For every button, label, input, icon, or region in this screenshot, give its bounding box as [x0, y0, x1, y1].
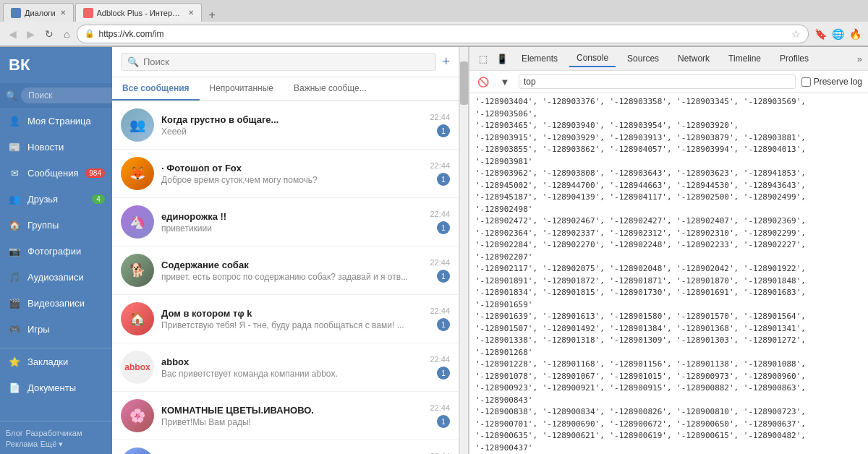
devtools-tab-elements[interactable]: Elements [514, 51, 565, 67]
devtools-tab-network[interactable]: Network [671, 51, 717, 67]
vk-logo: ВК [0, 47, 112, 83]
sidebar-item-my-page[interactable]: 👤 Моя Страница [0, 108, 112, 134]
bookmarks-icon: ⭐ [7, 354, 22, 369]
msg-meta: 22:44 1 [430, 307, 450, 331]
msg-preview: привет. есть вопрос по содержанию собак?… [161, 272, 430, 282]
messages-header: 🔍 + [112, 47, 459, 77]
preserve-log-label: Preserve log [814, 77, 862, 87]
sidebar-item-messages[interactable]: ✉ Сообщения 984 [0, 160, 112, 186]
devtools-tab-timeline[interactable]: Timeline [721, 51, 768, 67]
sidebar-item-news[interactable]: 📰 Новости [0, 134, 112, 160]
avatar: 🦄 [121, 205, 154, 239]
list-item[interactable]: 🎨 Лаки, краски, морилка американского пр… [112, 440, 459, 454]
console-line: '-128900923', '-128900921', '-128900915'… [475, 382, 862, 395]
devtools-action-icons: ⬚ 📱 [475, 51, 510, 67]
msg-time: 22:44 [430, 355, 450, 364]
footer-developers[interactable]: Разработчикам [25, 429, 82, 437]
sidebar-item-audio[interactable]: 🎵 Аудиозаписи [0, 264, 112, 290]
sidebar-item-video[interactable]: 🎬 Видеозаписи [0, 290, 112, 316]
footer-blog[interactable]: Блог [6, 429, 23, 437]
list-item[interactable]: 👥 Когда грустно в общаге... Хееей 22:44 … [112, 101, 459, 150]
lock-icon: 🔒 [85, 29, 95, 38]
avatar: 🎨 [121, 447, 154, 454]
msg-unread-badge: 1 [437, 318, 450, 331]
avatar: abbox [121, 351, 154, 384]
msg-time: 22:44 [430, 210, 450, 218]
msg-preview: приветикиии [161, 223, 430, 234]
console-line: '-128900701', '-128900690', '-128900672'… [475, 419, 862, 431]
tab-close-adblock[interactable]: ✕ [188, 9, 194, 17]
messages-search-box[interactable]: 🔍 [121, 53, 436, 71]
avatar: 🐕 [121, 254, 154, 287]
url-box[interactable]: 🔒 https://vk.com/im ☆ [77, 25, 809, 43]
sidebar-item-photos[interactable]: 📷 Фотографии [0, 238, 112, 264]
new-tab-button[interactable]: + [203, 9, 221, 22]
devtools-filter-icon[interactable]: ▼ [497, 74, 513, 90]
msg-unread-badge: 1 [437, 173, 450, 186]
msg-content: Содержание собак привет. есть вопрос по … [161, 260, 430, 282]
console-line: '-128900437' [475, 442, 862, 455]
msg-time: 22:44 [430, 307, 450, 315]
devtools-tab-profiles[interactable]: Profiles [773, 51, 816, 67]
list-item[interactable]: 🏠 Дом в котором тφ k Приветствую тебя! Я… [112, 295, 459, 343]
star-icon[interactable]: ☆ [791, 28, 801, 40]
msg-time: 22:44 [430, 403, 450, 412]
sidebar-item-friends[interactable]: 👥 Друзья 4 [0, 186, 112, 212]
list-item[interactable]: 🐕 Содержание собак привет. есть вопрос п… [112, 247, 459, 295]
footer-more[interactable]: Ещё ▾ [41, 440, 64, 448]
sidebar-item-games[interactable]: 🎮 Игры [0, 316, 112, 342]
avatar: 👥 [121, 108, 154, 142]
devtools-clear-icon[interactable]: 🚫 [475, 74, 491, 90]
home-button[interactable]: ⌂ [61, 27, 72, 41]
msg-content: единорожка !! приветикиии [161, 211, 430, 234]
messages-search-input[interactable] [143, 56, 430, 67]
vk-footer: Блог Разработчикам Реклама Ещё ▾ [0, 421, 112, 454]
tab-close-dialogi[interactable]: ✕ [60, 9, 66, 17]
back-button[interactable]: ◀ [6, 27, 20, 41]
messages-area: 🔍 + Все сообщения Непрочитанные Важные с… [112, 47, 459, 454]
devtools-inspect-icon[interactable]: ⬚ [475, 51, 491, 67]
footer-ads[interactable]: Реклама [6, 440, 38, 448]
tab-unread[interactable]: Непрочитанные [200, 77, 284, 100]
devtools-device-icon[interactable]: 📱 [494, 51, 510, 67]
documents-icon: 📄 [7, 380, 22, 395]
globe-icon[interactable]: 🌐 [830, 27, 845, 41]
list-item[interactable]: 🦊 · Фотошоп от Fox Доброе время суток,че… [112, 150, 459, 198]
news-icon: 📰 [7, 140, 22, 154]
compose-button[interactable]: + [442, 54, 450, 69]
sidebar-item-groups[interactable]: 🏠 Группы [0, 212, 112, 238]
list-item[interactable]: abbox abbox Вас приветствует команда ком… [112, 343, 459, 392]
console-line: '-128903465', '-128903940', '-128903954'… [475, 120, 862, 132]
msg-time: 22:44 [430, 258, 450, 267]
tab-all-messages[interactable]: Все сообщения [112, 77, 200, 100]
tab-dialogi[interactable]: Диалоги ✕ [3, 3, 74, 22]
console-line: '-128901268' [475, 347, 862, 359]
bookmark-icon[interactable]: 🔖 [813, 27, 827, 41]
list-item[interactable]: 🌸 КОМНАТНЫЕ ЦВЕТЫ.ИВАНОВО. Привет!Мы Вам… [112, 392, 459, 440]
msg-sender: · Фотошоп от Fox [161, 163, 430, 174]
devtools-tab-console[interactable]: Console [569, 50, 616, 67]
forward-button[interactable]: ▶ [24, 27, 38, 41]
msg-sender: Когда грустно в общаге... [161, 114, 430, 125]
tab-important[interactable]: Важные сообще... [284, 77, 377, 100]
console-line: '-128900843' [475, 395, 862, 407]
list-item[interactable]: 🦄 единорожка !! приветикиии 22:44 1 [112, 198, 459, 247]
vk-sidebar: ВК 🔍 👤 Моя Страница 📰 Новости ✉ Сообщени… [0, 47, 112, 454]
msg-content: abbox Вас приветствует команда компании … [161, 356, 430, 379]
sidebar-item-documents[interactable]: 📄 Документы [0, 374, 112, 401]
devtools-tab-sources[interactable]: Sources [620, 51, 666, 67]
msg-time: 22:44 [430, 113, 450, 121]
tab-adblock[interactable]: Adblock Plus - Интерне... ✕ [75, 3, 202, 22]
msg-meta: 22:44 1 [430, 403, 450, 428]
fire-icon[interactable]: 🔥 [848, 27, 862, 41]
page-scrollbar[interactable] [459, 47, 468, 454]
msg-meta: 22:44 1 [430, 113, 450, 137]
console-line: '-128900635', '-128900621', '-128900619'… [475, 430, 862, 442]
sidebar-item-label: Видеозаписи [27, 298, 105, 309]
sidebar-item-bookmarks[interactable]: ⭐ Закладки [0, 348, 112, 374]
preserve-log-checkbox[interactable] [801, 77, 811, 87]
console-filter-input[interactable] [519, 74, 796, 89]
reload-button[interactable]: ↻ [42, 27, 56, 41]
devtools-more-icon[interactable]: » [857, 53, 862, 64]
scrollbar-thumb[interactable] [460, 61, 468, 105]
